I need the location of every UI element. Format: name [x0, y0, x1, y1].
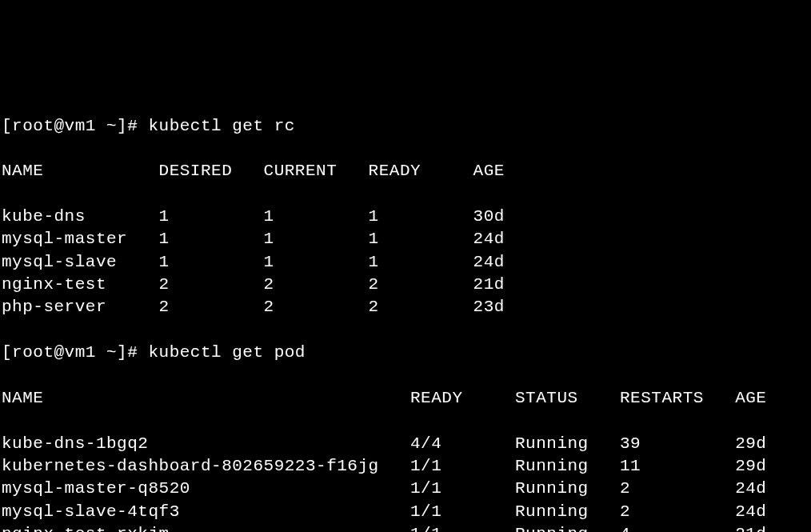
rc-table-header: NAME DESIRED CURRENT READY AGE: [2, 160, 811, 182]
pod-table-header: NAME READY STATUS RESTARTS AGE: [2, 387, 811, 410]
rc-table-row: nginx-test 2 2 2 21d: [2, 274, 811, 296]
rc-table-row: kube-dns 1 1 1 30d: [2, 206, 811, 228]
rc-table-row: mysql-slave 1 1 1 24d: [2, 251, 811, 274]
pod-table-row: mysql-master-q8520 1/1 Running 2 24d: [2, 478, 811, 500]
rc-table-row: php-server 2 2 2 23d: [2, 296, 811, 318]
pod-table-row: mysql-slave-4tqf3 1/1 Running 2 24d: [2, 501, 811, 523]
command-line: [root@vm1 ~]# kubectl get rc: [2, 115, 811, 138]
pod-table-row: kubernetes-dashboard-802659223-f16jg 1/1…: [2, 455, 811, 478]
rc-table-row: mysql-master 1 1 1 24d: [2, 228, 811, 250]
pod-table-row: nginx-test-rxkjm 1/1 Running 4 21d: [2, 523, 811, 532]
pod-table-row: kube-dns-1bgq2 4/4 Running 39 29d: [2, 433, 811, 455]
terminal-window[interactable]: [root@vm1 ~]# kubectl get rc NAME DESIRE…: [2, 92, 811, 532]
command-line: [root@vm1 ~]# kubectl get pod: [2, 342, 811, 364]
